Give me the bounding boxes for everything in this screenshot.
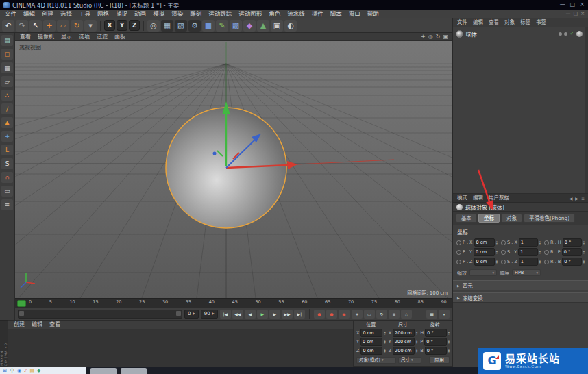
spline-pen-icon[interactable]: ✎ <box>216 20 228 32</box>
display-mode-icon[interactable]: ◐ <box>284 20 297 32</box>
key-rotation-toggle[interactable]: ↻ <box>376 310 387 319</box>
goto-start-button[interactable]: |◀ <box>220 310 231 319</box>
key-pla-toggle[interactable]: ∴ <box>401 310 412 319</box>
maximize-view-icon[interactable]: ▣ <box>443 33 448 41</box>
primitive-cube-icon[interactable]: ■ <box>202 20 215 32</box>
field-stepper[interactable]: ▴▾ <box>496 250 498 255</box>
rotate-view-icon[interactable]: ↻ <box>436 33 441 41</box>
field-input[interactable]: 0 ° <box>562 258 581 266</box>
viewport-menu-item[interactable]: 选项 <box>75 33 93 41</box>
menu-item[interactable]: 窗口 <box>345 10 364 18</box>
timeline-playhead[interactable] <box>17 300 26 307</box>
browser-icon[interactable]: ◉ <box>17 367 21 374</box>
axis-mode-icon[interactable]: + <box>1 131 13 142</box>
points-mode-icon[interactable]: ∴ <box>1 90 13 101</box>
view-label[interactable]: 透视视图 <box>19 43 41 51</box>
snap-icon[interactable]: ∩ <box>1 172 13 183</box>
viewport-menu-item[interactable]: 查看 <box>16 33 34 41</box>
om-menu-item[interactable]: 书签 <box>533 18 549 27</box>
phong-tag-icon[interactable] <box>576 31 583 37</box>
field-stepper[interactable]: ▴▾ <box>416 340 417 345</box>
apply-button[interactable]: 应用 <box>429 356 450 364</box>
quantize-icon[interactable]: ≡ <box>1 199 13 210</box>
y-axis-lock-button[interactable]: Y <box>117 20 127 31</box>
menu-item[interactable]: 文件 <box>1 10 20 18</box>
viewport-menu-item[interactable]: 摄像机 <box>34 33 58 41</box>
viewport-menu-item[interactable]: 面板 <box>111 33 129 41</box>
taskbar-tab[interactable] <box>90 368 117 374</box>
menu-item[interactable]: 雕刻 <box>186 10 205 18</box>
field-stepper[interactable]: ▴▾ <box>539 240 541 245</box>
field-stepper[interactable]: ▴▾ <box>448 349 450 353</box>
scale-dropdown[interactable]: ▾ <box>469 269 497 276</box>
anim-dot[interactable] <box>501 260 506 264</box>
field-input[interactable]: 0 cm <box>360 329 382 337</box>
start-icon[interactable]: ⊞ <box>3 367 7 374</box>
anim-dot[interactable] <box>456 240 461 245</box>
menu-item[interactable]: 流水线 <box>284 10 308 18</box>
rotation-order-dropdown[interactable]: HPB ▾ <box>512 269 541 276</box>
move-tool-icon[interactable]: + <box>43 20 56 32</box>
am-menu-item[interactable]: 模式 <box>454 194 470 202</box>
field-input[interactable]: 1 <box>519 258 538 266</box>
menu-item[interactable]: 渲染 <box>168 10 186 18</box>
range-end-field[interactable]: 90 F <box>201 310 218 319</box>
field-stepper[interactable]: ▴▾ <box>448 331 450 336</box>
field-input[interactable]: 0 ° <box>425 347 447 355</box>
field-stepper[interactable]: ▴▾ <box>583 260 585 264</box>
next-key-button[interactable]: ▶▶ <box>282 310 293 319</box>
menu-item[interactable]: 角色 <box>265 10 284 18</box>
maximize-button[interactable]: □ <box>570 0 576 10</box>
ime-icon[interactable]: 中 <box>10 367 14 374</box>
z-axis-lock-button[interactable]: Z <box>129 20 140 31</box>
menu-item[interactable]: 动画 <box>131 10 149 18</box>
doc-maximize-button[interactable]: □ <box>574 11 578 16</box>
object-name[interactable]: 球体 <box>465 29 477 38</box>
goto-end-button[interactable]: ▶| <box>294 310 305 319</box>
material-menu-item[interactable]: 创建 <box>10 321 28 329</box>
music-icon[interactable]: ♪ <box>24 367 27 374</box>
render-settings-icon[interactable]: ⚙ <box>188 20 201 32</box>
field-stepper[interactable]: ▴▾ <box>384 349 385 353</box>
tab-basic[interactable]: 基本 <box>456 214 477 223</box>
minimize-button[interactable]: — <box>560 0 565 10</box>
menu-item[interactable]: 编辑 <box>20 10 38 18</box>
model-mode-icon[interactable]: ◻ <box>1 49 13 60</box>
menu-item[interactable]: 捕捉 <box>112 10 131 18</box>
visibility-render-dot[interactable] <box>564 32 567 36</box>
workplane-lock-icon[interactable]: ▭ <box>1 186 13 197</box>
folder-icon[interactable]: ▤ <box>29 367 34 374</box>
timeline-ruler[interactable]: 051015202530354045505560657075808590 <box>15 298 452 308</box>
camera-icon[interactable]: ▣ <box>271 20 283 32</box>
field-input[interactable]: 0 ° <box>425 329 447 337</box>
anim-dot[interactable] <box>501 240 506 245</box>
anim-dot[interactable] <box>456 250 461 255</box>
am-menu-icon[interactable]: ≡ <box>581 196 585 201</box>
field-stepper[interactable]: ▴▾ <box>448 340 450 345</box>
enabled-check-icon[interactable]: ✓ <box>569 31 574 36</box>
size-mode-dropdown[interactable]: 尺寸 ▾ <box>398 357 421 364</box>
record-keyframe-button[interactable]: ● <box>314 310 325 319</box>
make-editable-icon[interactable]: ▤ <box>1 35 13 46</box>
texture-mode-icon[interactable]: ▦ <box>1 62 13 73</box>
anim-dot[interactable] <box>544 240 549 245</box>
tab-object[interactable]: 对象 <box>501 214 522 223</box>
field-input[interactable]: 0 cm <box>474 248 495 256</box>
field-input[interactable]: 200 cm <box>393 338 415 346</box>
field-stepper[interactable]: ▴▾ <box>539 250 541 255</box>
record-options-button[interactable]: ◉ <box>339 310 350 319</box>
ruler-icon[interactable]: L <box>1 145 13 155</box>
field-stepper[interactable]: ▴▾ <box>416 331 417 336</box>
edges-mode-icon[interactable]: ∕ <box>1 103 13 114</box>
prev-frame-button[interactable]: ◀ <box>245 310 256 319</box>
tab-phong[interactable]: 平滑着色(Phong) <box>524 214 575 223</box>
tab-coordinates[interactable]: 坐标 <box>478 214 500 223</box>
field-stepper[interactable]: ▴▾ <box>384 340 385 345</box>
autokey-button[interactable]: ● <box>326 310 337 319</box>
field-stepper[interactable]: ▴▾ <box>416 349 417 353</box>
range-start-handle[interactable] <box>19 311 24 316</box>
undo-icon[interactable]: ↶ <box>2 20 14 32</box>
field-input[interactable]: 0 cm <box>360 347 382 355</box>
close-button[interactable]: × <box>580 0 585 10</box>
material-list-area[interactable] <box>8 329 353 367</box>
